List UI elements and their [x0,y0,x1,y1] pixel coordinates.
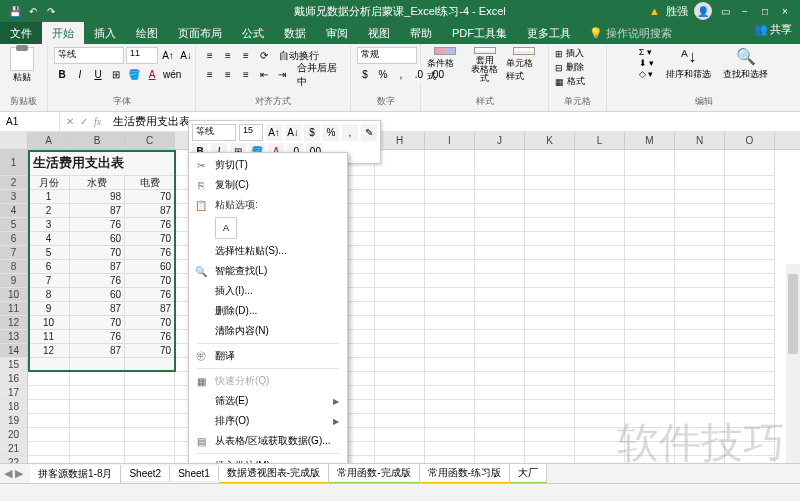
cell[interactable] [575,400,625,414]
cell[interactable] [425,358,475,372]
cell[interactable] [575,302,625,316]
cell[interactable] [28,358,70,372]
row-header[interactable]: 3 [0,190,28,204]
cell[interactable]: 76 [70,218,125,232]
cell[interactable] [625,428,675,442]
sheet-tab[interactable]: 常用函数-完成版 [329,464,419,484]
cell[interactable] [525,204,575,218]
cell[interactable] [525,150,575,176]
cell-style-button[interactable]: 单元格样式 [506,47,542,83]
paste-button[interactable]: 粘贴 [6,47,38,84]
currency-icon[interactable]: $ [357,66,373,83]
mini-increase-font-icon[interactable]: A↑ [266,124,282,141]
table-format-button[interactable]: 套用 表格格式 [467,47,503,83]
cell[interactable] [725,190,775,204]
cell[interactable] [475,288,525,302]
cell[interactable] [70,358,125,372]
cm-delete[interactable]: 删除(D)... [189,301,347,321]
cell[interactable]: 98 [70,190,125,204]
cell[interactable] [675,400,725,414]
mini-decrease-font-icon[interactable]: A↓ [285,124,301,141]
cell[interactable] [475,428,525,442]
cell[interactable] [675,302,725,316]
cell[interactable] [375,344,425,358]
cell[interactable] [625,246,675,260]
cell[interactable]: 87 [70,260,125,274]
tab-home[interactable]: 开始 [42,22,84,44]
cell[interactable] [575,190,625,204]
cell[interactable]: 76 [125,246,175,260]
cell[interactable] [375,400,425,414]
tab-pdf[interactable]: PDF工具集 [442,22,517,44]
row-header[interactable]: 19 [0,414,28,428]
cell[interactable]: 5 [28,246,70,260]
cell[interactable] [575,232,625,246]
cell[interactable] [675,204,725,218]
cell[interactable] [725,260,775,274]
bold-button[interactable]: B [54,66,70,83]
conditional-format-button[interactable]: 条件格式 [427,47,463,83]
cell[interactable] [375,274,425,288]
cell[interactable] [675,316,725,330]
row-header[interactable]: 20 [0,428,28,442]
cm-sort[interactable]: 排序(O)▶ [189,411,347,431]
cell[interactable] [675,330,725,344]
tab-view[interactable]: 视图 [358,22,400,44]
row-header[interactable]: 6 [0,232,28,246]
align-right-icon[interactable]: ≡ [238,66,254,83]
cell[interactable]: 70 [125,190,175,204]
close-icon[interactable]: × [778,4,792,18]
sheet-tab[interactable]: 大厂 [510,464,547,484]
cell[interactable]: 70 [125,316,175,330]
row-header[interactable]: 9 [0,274,28,288]
cell[interactable]: 87 [125,302,175,316]
save-icon[interactable]: 💾 [8,4,22,18]
cell[interactable]: 4 [28,232,70,246]
cell[interactable] [575,150,625,176]
cell[interactable] [375,176,425,190]
cell[interactable] [725,414,775,428]
cell[interactable] [425,386,475,400]
sort-filter-button[interactable]: ᴬ↓排序和筛选 [666,47,711,81]
autosum-button[interactable]: Σ ▾ [639,47,655,57]
comma-icon[interactable]: , [393,66,409,83]
warning-icon[interactable]: ▲ [649,5,660,17]
tab-draw[interactable]: 绘图 [126,22,168,44]
indent-inc-icon[interactable]: ⇥ [274,66,290,83]
row-header[interactable]: 12 [0,316,28,330]
col-header-j[interactable]: J [475,132,525,149]
cell[interactable] [125,386,175,400]
cell[interactable] [725,442,775,456]
clear-button[interactable]: ◇ ▾ [639,69,655,79]
sheet-tab[interactable]: Sheet1 [170,466,219,481]
cell[interactable]: 76 [125,330,175,344]
cell[interactable] [375,150,425,176]
cm-paste-option-1[interactable]: A [215,217,237,239]
cell[interactable] [675,232,725,246]
mini-percent-icon[interactable]: % [323,124,339,141]
cell[interactable] [475,316,525,330]
cell[interactable]: 76 [70,274,125,288]
sheet-tab[interactable]: 数据透视图表-完成版 [219,464,329,484]
sheet-tab[interactable]: 常用函数-练习版 [420,464,510,484]
cell[interactable] [375,218,425,232]
cell[interactable] [675,260,725,274]
cell[interactable] [725,372,775,386]
cell[interactable] [425,204,475,218]
cell[interactable] [475,330,525,344]
cell[interactable] [525,302,575,316]
accept-formula-icon[interactable]: ✓ [80,116,88,127]
cell[interactable] [575,274,625,288]
cell[interactable] [28,372,70,386]
row-header[interactable]: 8 [0,260,28,274]
cell[interactable] [725,386,775,400]
cell[interactable] [425,246,475,260]
row-header[interactable]: 15 [0,358,28,372]
col-header-o[interactable]: O [725,132,775,149]
cell[interactable] [525,288,575,302]
cell[interactable] [675,246,725,260]
cell[interactable] [675,428,725,442]
cell[interactable] [575,386,625,400]
cell[interactable]: 76 [125,288,175,302]
cell[interactable]: 60 [70,232,125,246]
